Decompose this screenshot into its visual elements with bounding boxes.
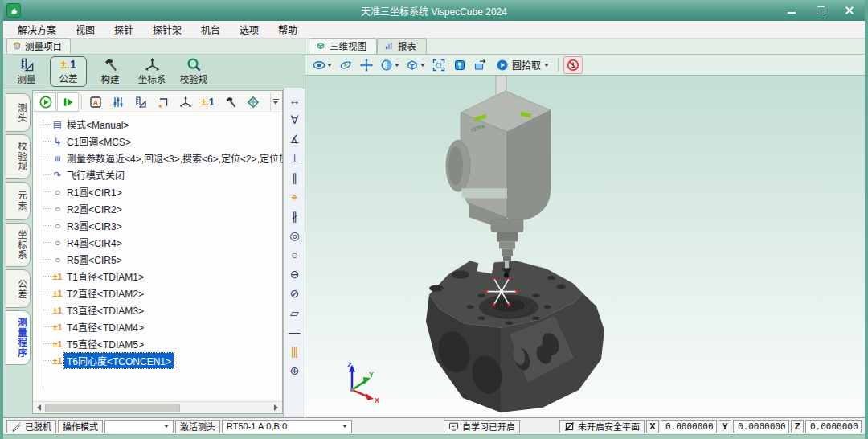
- scrollbar-thumb[interactable]: [45, 404, 180, 412]
- tol-straightness-icon[interactable]: —: [285, 323, 304, 341]
- category-construct-button[interactable]: 构建: [92, 56, 129, 87]
- category-tolerance-button[interactable]: ±.1 公差: [50, 56, 87, 87]
- category-measure-button[interactable]: 测量: [8, 56, 45, 87]
- side-tab[interactable]: 测量程序: [6, 310, 31, 365]
- parameters-button[interactable]: [107, 92, 129, 112]
- tab-measurement-project[interactable]: 测量项目: [6, 38, 71, 54]
- learning-icon: [448, 421, 459, 432]
- tree-item[interactable]: ±1 T1直径<TDIAM1>: [36, 268, 282, 285]
- pan-button[interactable]: [357, 56, 376, 74]
- scroll-right-button[interactable]: [270, 403, 282, 413]
- viewport-toolbar: 圆拾取: [305, 55, 865, 76]
- scroll-left-button[interactable]: [33, 403, 45, 413]
- tree-item[interactable]: ▤ 模式<Manual>: [36, 116, 282, 133]
- category-gauge-button[interactable]: 校验规: [175, 56, 212, 87]
- construct-button[interactable]: [219, 92, 241, 112]
- tol-position-circle-icon[interactable]: ⊕: [285, 362, 304, 380]
- 3d-viewport[interactable]: TZTEK: [305, 76, 865, 417]
- menu-item[interactable]: 视图: [66, 21, 104, 38]
- run-program-button[interactable]: [35, 92, 56, 112]
- window-title: 天准三坐标系统 VispecCube 2024: [0, 4, 868, 18]
- view-options-button[interactable]: [310, 56, 334, 74]
- tol-angle-between-icon[interactable]: ∀: [285, 111, 304, 129]
- tree-item[interactable]: ○ R1圆<CIR1>: [36, 183, 282, 200]
- tol-runout-icon[interactable]: ⊘: [285, 285, 304, 302]
- tree-item[interactable]: ↷ 飞行模式关闭: [36, 166, 282, 183]
- label-a-icon: [89, 96, 102, 109]
- side-tab[interactable]: 测头: [6, 93, 31, 132]
- clip-plane-button[interactable]: [471, 56, 490, 74]
- circle-pick-dropdown[interactable]: 圆拾取: [492, 56, 553, 74]
- tol-flatness-icon[interactable]: ▱: [285, 304, 304, 322]
- tol-concentricity-icon[interactable]: ◎: [285, 227, 304, 244]
- tree-item[interactable]: ±1 T4直径<TDIAM4>: [36, 318, 282, 335]
- view-cube-button[interactable]: [403, 56, 428, 74]
- tol-circularity-icon[interactable]: ○: [285, 246, 304, 264]
- side-tab-strip: 测头校验规元素坐标系公差测量程序: [3, 88, 32, 417]
- tree-item[interactable]: ≡ 测量参数逼近<4>,回退<3>,搜索<6>,定位<2>,定位加<2>,测: [36, 150, 282, 166]
- category-coordinate-button[interactable]: 坐标系: [133, 56, 170, 87]
- menu-item[interactable]: 解决方案: [8, 21, 66, 38]
- tol-cylindricity-icon[interactable]: ⊖: [285, 265, 304, 283]
- menu-item[interactable]: 探针: [104, 21, 143, 38]
- tab-report[interactable]: 报表: [377, 38, 427, 54]
- menu-item[interactable]: 选项: [230, 21, 268, 38]
- operation-mode-label: 操作模式: [58, 420, 103, 433]
- active-probe-select[interactable]: RT50-1 A:0,B:0: [222, 420, 352, 433]
- tol-angularity-icon[interactable]: ∦: [285, 207, 304, 225]
- side-tab[interactable]: 坐标系: [6, 223, 31, 268]
- plane-button[interactable]: [242, 92, 264, 112]
- side-tab[interactable]: 元素: [6, 182, 31, 220]
- step-run-button[interactable]: [57, 92, 79, 112]
- measure-tool-button[interactable]: [129, 92, 151, 112]
- chevron-down-icon: [544, 64, 549, 67]
- tree-item[interactable]: ±1 T6同心度<TCONCEN1>: [36, 352, 282, 369]
- coordinate-button[interactable]: [174, 92, 196, 112]
- menu-item[interactable]: 帮助: [268, 21, 307, 38]
- tree-item[interactable]: ↳ C1回调<MCS>: [36, 133, 282, 150]
- left-tab-strip: 测量项目: [3, 39, 305, 55]
- orbit-icon: [339, 59, 352, 72]
- tol-distance-icon[interactable]: ↔: [285, 92, 304, 109]
- tol-position-icon[interactable]: ⌖: [285, 188, 304, 206]
- tolerance-button[interactable]: ±.1: [197, 92, 219, 112]
- restore-button[interactable]: [815, 6, 826, 15]
- orbit-button[interactable]: [336, 56, 355, 74]
- move-icon: [360, 59, 373, 72]
- side-tab[interactable]: 校验规: [6, 134, 31, 179]
- menu-item[interactable]: 探针架: [143, 21, 191, 38]
- tree-item[interactable]: ±1 T5直径<TDIAM5>: [36, 335, 282, 352]
- stop-probe-button[interactable]: [563, 56, 583, 74]
- operation-mode-select[interactable]: [104, 420, 174, 433]
- tree-item[interactable]: ○ R3圆<CIR3>: [36, 217, 282, 234]
- tol-angle-icon[interactable]: ∡: [285, 130, 304, 148]
- side-tab[interactable]: 公差: [6, 269, 31, 308]
- tree-item[interactable]: ±1 T3直径<TDIAM3>: [36, 302, 282, 318]
- project-icon: [12, 41, 22, 51]
- zoom-fit-button[interactable]: [429, 56, 448, 74]
- report-icon: [384, 41, 394, 51]
- tree-item[interactable]: ○ R2圆<CIR2>: [36, 200, 282, 217]
- minimize-button[interactable]: [786, 6, 797, 15]
- tree-item[interactable]: ○ R4圆<CIR4>: [36, 234, 282, 251]
- tree-item[interactable]: ○ R5圆<CIR5>: [36, 251, 282, 268]
- tab-3d-view[interactable]: 三维视图: [309, 38, 377, 54]
- view-tab-strip: 三维视图 报表: [305, 39, 865, 55]
- tol-perpendicularity-icon[interactable]: ⊥: [285, 150, 304, 167]
- 3d-scene: TZTEK: [305, 76, 865, 417]
- close-button[interactable]: [844, 6, 855, 15]
- render-icon: [380, 59, 393, 72]
- tree-toolbar-overflow-button[interactable]: [270, 93, 280, 111]
- label-button[interactable]: [84, 92, 106, 112]
- active-probe-label: 激活测头: [175, 420, 220, 433]
- hammer-icon: [224, 96, 237, 109]
- locate-button[interactable]: [450, 56, 469, 74]
- tol-parallelism-icon[interactable]: ∥: [285, 169, 304, 187]
- menu-item[interactable]: 机台: [191, 21, 230, 38]
- chevron-down-icon: [342, 425, 347, 428]
- corner-point-button[interactable]: [152, 92, 174, 112]
- render-mode-button[interactable]: [378, 56, 402, 74]
- tol-symmetry-icon[interactable]: |||: [285, 343, 304, 360]
- cube-icon: [406, 59, 419, 72]
- tree-item[interactable]: ±1 T2直径<TDIAM2>: [36, 285, 282, 302]
